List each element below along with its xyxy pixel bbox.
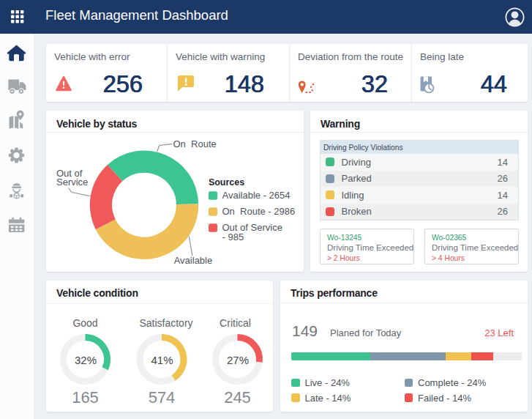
svg-text:32%: 32% <box>75 354 97 366</box>
svg-text:Service: Service <box>56 177 88 188</box>
svg-text:Good: Good <box>72 317 97 329</box>
svg-text:On Route - 2986: On Route - 2986 <box>222 206 296 217</box>
svg-text:- 985: - 985 <box>222 231 244 242</box>
svg-text:Critical: Critical <box>220 317 251 329</box>
svg-text:Available: Available <box>174 255 213 266</box>
svg-text:Sources: Sources <box>209 177 244 188</box>
svg-text:Available - 2654: Available - 2654 <box>222 190 291 201</box>
svg-text:27%: 27% <box>227 354 249 366</box>
svg-text:On Route: On Route <box>173 138 217 149</box>
svg-text:Satisfactory: Satisfactory <box>139 317 192 329</box>
svg-text:245: 245 <box>224 388 251 407</box>
svg-text:165: 165 <box>72 388 99 407</box>
svg-text:41%: 41% <box>151 354 173 366</box>
svg-text:574: 574 <box>149 388 176 407</box>
